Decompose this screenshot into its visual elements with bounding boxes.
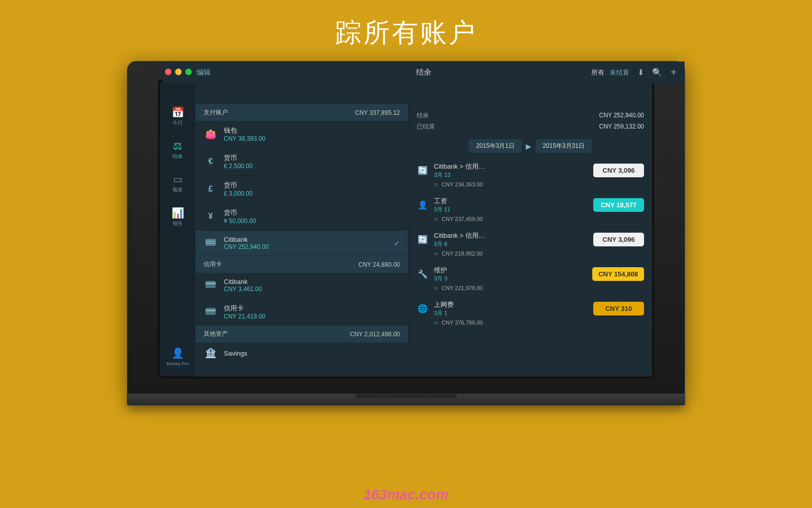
user-icon: 👤 [172, 347, 184, 359]
app-name-label: Money Pro [166, 361, 189, 366]
citibank-balance: CNY 252,940.00 [224, 243, 388, 250]
transaction-name-2: Citibank > 信用… [434, 231, 485, 240]
citibank-cc-name: Citibank [224, 278, 400, 285]
citibank-icon [204, 238, 218, 248]
credit-card-icon-1 [204, 280, 218, 291]
running-balance-4: CNY 376,786.00 [442, 320, 483, 326]
sidebar-item-reports[interactable]: 📊 报告 [172, 208, 184, 227]
transaction-item-0[interactable]: 🔄 Citibank > 信用… 3月 13 CNY 3,096 ○ [409, 158, 652, 193]
group-header-payment: 支付账户 CNY 337,895.12 [195, 104, 408, 121]
maintenance-icon: 🔧 [417, 269, 429, 279]
screen-bezel: 📅 今日 ⚖ 结余 ▭ 预算 📊 报告 [158, 80, 654, 378]
transaction-date-0: 3月 13 [434, 171, 485, 179]
sidebar-item-budget[interactable]: ▭ 预算 [173, 174, 183, 194]
jpy-info: 货币 ¥ 50,000.00 [224, 208, 400, 225]
transaction-left-1: 👤 工资 3月 11 [417, 197, 450, 213]
svg-rect-3 [206, 281, 216, 288]
transaction-item-4[interactable]: 🌐 上网费 3月 1 CNY 310 ○ CNY 3 [409, 296, 652, 331]
transfer-icon-0: 🔄 [417, 166, 429, 175]
date-arrow-icon: ▶ [526, 142, 531, 150]
check-icon-2: ○ [434, 250, 437, 257]
balance-value: CNY 252,940.00 [599, 110, 644, 121]
budget-icon: ▭ [173, 174, 183, 184]
internet-icon: 🌐 [417, 304, 429, 313]
transaction-item-1[interactable]: 👤 工资 3月 11 CNY 18,577 ○ CN [409, 193, 652, 227]
transaction-amount-2[interactable]: CNY 3,096 [593, 233, 644, 246]
sidebar-bottom-profile[interactable]: 👤 Money Pro [166, 347, 189, 366]
cleared-label: 已结算 [417, 121, 435, 133]
transaction-left-3: 🔧 维护 3月 3 [417, 266, 447, 282]
app-window: 📅 今日 ⚖ 结余 ▭ 预算 📊 报告 [160, 82, 652, 376]
account-item-gbp[interactable]: £ 货币 £ 3,000.00 [195, 176, 408, 203]
credit-card-balance: CNY 21,419.00 [224, 313, 400, 320]
transaction-date-1: 3月 11 [434, 206, 450, 213]
jpy-balance: ¥ 50,000.00 [224, 217, 400, 225]
transaction-amount-4[interactable]: CNY 310 [593, 302, 644, 315]
sidebar-item-balance[interactable]: ⚖ 结余 [173, 141, 183, 160]
group-total-payment: CNY 337,895.12 [355, 109, 400, 116]
transaction-amount-3[interactable]: CNY 154,808 [592, 267, 644, 281]
transaction-left-4: 🌐 上网费 3月 1 [417, 300, 454, 317]
transaction-date-4: 3月 1 [434, 309, 454, 317]
group-header-other: 其他资产 CNY 2,012,498.00 [195, 326, 408, 342]
transactions-panel: 结余 已结算 CNY 252,940.00 CNY 259,132.00 201… [409, 104, 652, 376]
date-from-button[interactable]: 2015年3月1日 [469, 139, 522, 153]
account-item-eur[interactable]: € 货币 € 2,500.00 [195, 148, 408, 175]
transaction-item-3[interactable]: 🔧 维护 3月 3 CNY 154,808 ○ CN [409, 262, 652, 296]
jpy-icon: ¥ [204, 212, 218, 221]
wallet-info: 钱包 CNY 38,393.00 [224, 126, 400, 142]
group-name-other: 其他资产 [204, 330, 228, 338]
account-item-wallet[interactable]: 👛 钱包 CNY 38,393.00 [195, 121, 408, 148]
credit-card-name: 信用卡 [224, 304, 400, 313]
laptop-notch [355, 394, 457, 400]
account-item-citibank[interactable]: Citibank CNY 252,940.00 ✓ [195, 231, 408, 256]
savings-name: Savings [224, 350, 400, 357]
savings-info: Savings [224, 350, 400, 357]
svg-rect-0 [206, 239, 216, 246]
laptop-wrapper: 📅 今日 ⚖ 结余 ▭ 预算 📊 报告 [127, 61, 685, 405]
group-name-credit: 信用卡 [204, 260, 222, 269]
transaction-name-0: Citibank > 信用… [434, 162, 485, 171]
gbp-name: 货币 [224, 181, 400, 190]
eur-icon: € [204, 157, 218, 166]
balance-summary: 结余 已结算 CNY 252,940.00 CNY 259,132.00 [409, 104, 652, 136]
titlebar: 编辑 结余 所有 未结算 ⬇ 🔍 + [163, 82, 652, 84]
check-icon-1: ○ [434, 215, 437, 223]
running-balance-3: CNY 221,978.00 [442, 285, 483, 291]
sidebar-label-budget: 预算 [173, 186, 183, 194]
calendar-icon: 📅 [172, 107, 184, 117]
account-item-savings[interactable]: 🏦 Savings [195, 342, 408, 364]
account-item-credit-card[interactable]: 信用卡 CNY 21,419.00 [195, 299, 408, 326]
sidebar: 📅 今日 ⚖ 结余 ▭ 预算 📊 报告 [160, 82, 195, 376]
group-total-other: CNY 2,012,498.00 [350, 331, 400, 338]
group-total-credit: CNY 24,880.00 [358, 261, 400, 268]
eur-name: 货币 [224, 153, 400, 163]
gbp-balance: £ 3,000.00 [224, 190, 400, 197]
running-balance-2: CNY 218,882.00 [442, 250, 483, 257]
wallet-name: 钱包 [224, 126, 400, 135]
sidebar-label-balance: 结余 [173, 153, 183, 160]
date-range: 2015年3月1日 ▶ 2015年3月31日 [409, 136, 652, 158]
transaction-name-1: 工资 [434, 197, 450, 206]
sidebar-label-today: 今日 [173, 119, 183, 126]
transaction-amount-1[interactable]: CNY 18,577 [593, 198, 644, 212]
checkmark-icon: ✓ [394, 239, 400, 247]
sidebar-item-calendar[interactable]: 📅 今日 [172, 107, 184, 126]
transaction-date-2: 3月 6 [434, 240, 485, 248]
transaction-date-3: 3月 3 [434, 275, 447, 282]
savings-icon: 🏦 [204, 347, 218, 359]
balance-label: 结余 [417, 110, 435, 121]
transfer-icon-2: 🔄 [417, 235, 429, 244]
transaction-item-2[interactable]: 🔄 Citibank > 信用… 3月 6 CNY 3,096 ○ [409, 227, 652, 262]
salary-icon: 👤 [417, 200, 429, 210]
credit-card-icon-2 [204, 307, 218, 318]
account-item-citibank-cc[interactable]: Citibank CNY 3,461.00 [195, 273, 408, 298]
account-item-jpy[interactable]: ¥ 货币 ¥ 50,000.00 [195, 203, 408, 230]
gbp-icon: £ [204, 184, 218, 194]
eur-balance: € 2,500.00 [224, 163, 400, 170]
date-to-button[interactable]: 2015年3月31日 [535, 139, 592, 153]
transaction-amount-0[interactable]: CNY 3,096 [593, 164, 644, 177]
transaction-left-0: 🔄 Citibank > 信用… 3月 13 [417, 162, 485, 179]
eur-info: 货币 € 2,500.00 [224, 153, 400, 170]
watermark: 163mac.com [363, 487, 449, 503]
